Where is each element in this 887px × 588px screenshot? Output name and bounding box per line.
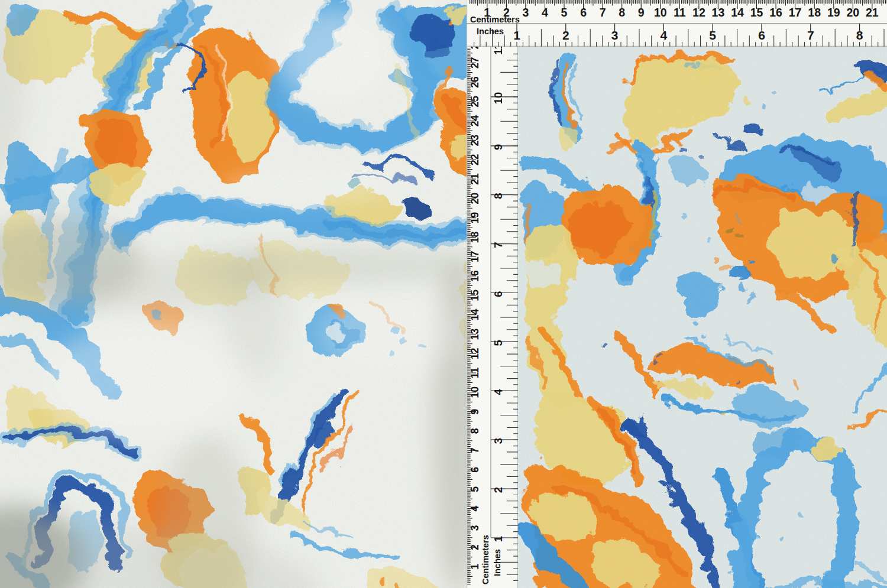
svg-text:6: 6 [492,291,504,297]
svg-text:5: 5 [561,6,568,19]
svg-text:10: 10 [654,6,667,19]
svg-text:25: 25 [469,96,481,108]
svg-text:19: 19 [469,212,481,224]
svg-text:13: 13 [712,6,725,19]
svg-text:20: 20 [469,193,481,204]
svg-text:1: 1 [513,28,520,42]
svg-text:3: 3 [611,28,619,42]
svg-text:21: 21 [866,6,879,19]
svg-text:15: 15 [469,290,481,301]
svg-text:9: 9 [492,144,504,150]
svg-text:4: 4 [469,505,481,511]
svg-text:8: 8 [492,193,504,199]
svg-text:12: 12 [469,347,481,359]
svg-text:5: 5 [469,486,481,492]
svg-text:12: 12 [692,6,705,19]
svg-text:17: 17 [789,6,802,19]
svg-text:7: 7 [600,6,606,19]
svg-text:7: 7 [807,28,814,42]
svg-text:5: 5 [492,340,504,346]
svg-text:6: 6 [469,467,481,473]
svg-text:4: 4 [661,28,668,42]
svg-text:11: 11 [469,367,481,378]
svg-text:27: 27 [469,57,481,68]
svg-text:9: 9 [638,6,645,19]
svg-text:18: 18 [469,231,481,243]
svg-text:3: 3 [522,6,529,19]
svg-text:20: 20 [846,6,859,19]
svg-text:9: 9 [469,408,481,414]
svg-text:1: 1 [492,536,504,542]
svg-text:18: 18 [808,6,821,19]
svg-text:10: 10 [492,92,504,105]
svg-text:24: 24 [469,115,481,127]
svg-text:15: 15 [750,6,763,19]
svg-text:7: 7 [492,242,504,248]
svg-text:5: 5 [709,28,716,42]
svg-text:10: 10 [469,386,481,398]
svg-text:17: 17 [469,251,481,262]
svg-text:4: 4 [542,6,548,19]
svg-text:23: 23 [469,134,481,146]
svg-text:8: 8 [856,28,863,42]
svg-text:1: 1 [469,564,481,570]
svg-text:3: 3 [469,525,481,531]
svg-text:2: 2 [469,544,481,550]
svg-text:26: 26 [469,76,481,88]
svg-text:8: 8 [469,428,481,434]
svg-text:22: 22 [469,154,481,165]
svg-text:Centimeters: Centimeters [481,535,490,584]
svg-text:11: 11 [674,6,686,19]
svg-text:16: 16 [469,270,481,282]
svg-text:13: 13 [469,328,481,340]
svg-text:3: 3 [492,438,504,444]
svg-text:Centimeters: Centimeters [470,15,520,24]
svg-text:2: 2 [562,28,569,42]
svg-text:Inches: Inches [493,549,502,576]
svg-text:16: 16 [769,6,782,19]
svg-text:7: 7 [469,447,481,453]
svg-text:14: 14 [469,309,481,321]
svg-text:6: 6 [580,6,587,19]
svg-text:21: 21 [469,173,481,185]
svg-text:2: 2 [492,487,504,493]
svg-text:14: 14 [731,6,744,19]
svg-text:6: 6 [758,28,765,42]
svg-text:19: 19 [827,6,840,19]
svg-text:4: 4 [492,388,504,395]
svg-text:Inches: Inches [477,27,504,36]
svg-text:8: 8 [619,6,625,19]
